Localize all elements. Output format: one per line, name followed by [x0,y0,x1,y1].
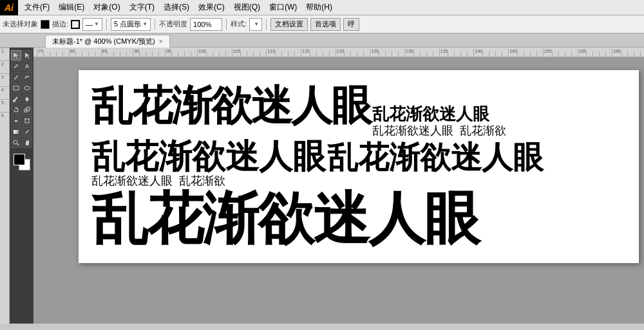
ruler-h-content: 75 80 85 [37,49,644,57]
hand-tool[interactable] [22,138,32,148]
ruler-tick-115: 115 [301,49,310,57]
ruler-tick-sm3 [56,51,62,57]
svg-marker-5 [15,107,17,109]
menu-type[interactable]: 文字(T) [126,1,158,14]
rotate-tool[interactable] [11,105,21,115]
tab-label: 未标题-1* @ 400% (CMYK/预览) [52,37,155,46]
control-toolbar: 未选择对象 描边: — ▼ 5 点圆形 ▼ 不透明度 100% 样式: ▼ 文档… [0,15,644,33]
tab-close-button[interactable]: × [159,38,163,45]
separator-2 [155,19,155,30]
opacity-box[interactable]: 100% [190,18,222,31]
menu-items: 文件(F) 编辑(E) 对象(O) 文字(T) 选择(S) 效果(C) 视图(Q… [18,1,336,14]
stroke-swatch[interactable] [71,20,80,29]
ruler-tick-sm [43,51,50,57]
canvas-area: 75 80 85 [33,48,644,324]
style-dropdown[interactable]: ▼ [249,18,262,31]
menu-object[interactable]: 对象(O) [90,1,124,14]
ruler-mark-2: 2 [0,60,9,73]
svg-point-12 [14,140,17,144]
doc-settings-button[interactable]: 文档设置 [270,18,308,31]
text-large-2: 乱花渐欲迷人眼 [91,138,326,175]
ruler-tick-75: 75 [37,49,43,57]
ruler-tick-sm2 [50,51,56,57]
menu-window[interactable]: 窗口(W) [265,1,301,14]
ruler-tick-155: 155 [578,49,587,57]
menu-help[interactable]: 帮助(H) [302,1,336,14]
pencil-tool[interactable] [11,72,21,82]
ruler-tick-160: 160 [612,49,621,57]
warp-tool[interactable] [11,116,21,126]
ruler-mark-4: 4 [0,86,9,99]
rectangle-tool[interactable] [11,83,21,93]
free-transform-tool[interactable] [22,116,32,126]
selection-tool[interactable] [11,50,21,60]
svg-marker-0 [14,53,19,59]
menu-view[interactable]: 视图(Q) [230,1,264,14]
menu-file[interactable]: 文件(F) [21,1,53,14]
opacity-label: 不透明度 [159,19,187,29]
ruler-tick-sm8 [95,51,101,57]
ruler-tick-125: 125 [370,49,379,57]
menu-bar: Ai 文件(F) 编辑(E) 对象(O) 文字(T) 选择(S) 效果(C) 视… [0,0,644,15]
color-swatches[interactable] [14,154,30,170]
extra-button[interactable]: 呼 [343,18,359,31]
ellipse-tool[interactable] [22,83,32,93]
ruler-tick-120: 120 [336,49,345,57]
eyedropper-tool[interactable] [22,127,32,137]
scale-tool[interactable] [22,105,32,115]
ruler-tick-135: 135 [439,49,448,57]
text-col-right: 乱花渐欲迷人眼 乱花渐欲迷人眼 乱花渐欲 [372,104,506,138]
paintbrush-tool[interactable] [11,94,21,104]
horizontal-ruler: 75 80 85 [33,48,644,57]
opacity-value: 100% [193,21,211,28]
ruler-tick-150: 150 [543,49,552,57]
direct-selection-tool[interactable] [22,50,32,60]
point-dropdown[interactable]: 5 点圆形 ▼ [111,18,151,31]
document-tab[interactable]: 未标题-1* @ 400% (CMYK/预览) × [45,35,170,48]
ruler-tick-145: 145 [508,49,517,57]
svg-rect-11 [14,130,19,134]
ruler-tick-85: 85 [101,49,108,57]
tool-row-6 [11,105,32,115]
ruler-tick-95: 95 [165,49,171,57]
separator-4 [266,19,267,30]
ruler-tick-100: 100 [197,49,206,57]
ruler-tick-130: 130 [404,49,413,57]
fill-swatch[interactable] [41,20,50,29]
menu-effect[interactable]: 效果(C) [194,1,229,14]
first-page-button[interactable]: 首选项 [310,18,341,31]
tool-row-2: A [11,61,32,71]
gradient-tool[interactable] [11,127,21,137]
tool-row-9 [11,138,32,148]
ruler-tick-sm7 [88,51,95,57]
color-section [14,154,30,170]
stroke-dropdown[interactable]: — ▼ [82,18,102,31]
text-row-4: 乱花渐欲迷人眼 [91,188,626,250]
style-label: 样式: [231,19,247,29]
artboard: 乱花渐欲迷人眼 乱花渐欲迷人眼 乱花渐欲迷人眼 乱花渐欲 乱花渐欲迷人眼 乱花渐… [79,70,639,263]
menu-select[interactable]: 选择(S) [160,1,193,14]
text-huge-1: 乱花渐欲迷人眼 [91,187,479,250]
vertical-ruler: 1 2 3 4 5 6 [0,48,10,324]
tool-row-4 [11,83,32,93]
type-tool[interactable]: A [22,61,32,71]
zoom-tool[interactable] [11,138,21,148]
blob-brush-tool[interactable] [22,94,32,104]
text-large-1: 乱花渐欲迷人眼 [91,83,371,128]
point-dropdown-arrow: ▼ [142,21,147,27]
foreground-color-swatch[interactable] [14,154,25,165]
svg-point-10 [28,118,30,120]
main-area: 1 2 3 4 5 6 A [0,48,644,324]
svg-line-13 [17,144,19,146]
svg-point-3 [24,86,30,90]
ruler-mark-6: 6 [0,112,9,125]
text-large-3: 乱花渐欲迷人眼 [327,141,544,175]
smooth-tool[interactable] [22,72,32,82]
tool-row-5 [11,94,32,104]
menu-edit[interactable]: 编辑(E) [55,1,88,14]
ruler-tick-140: 140 [473,49,482,57]
separator-1 [106,19,107,30]
ruler-tick-90: 90 [133,49,139,57]
ruler-tick-sm6 [82,51,88,57]
pen-tool[interactable] [11,61,21,71]
